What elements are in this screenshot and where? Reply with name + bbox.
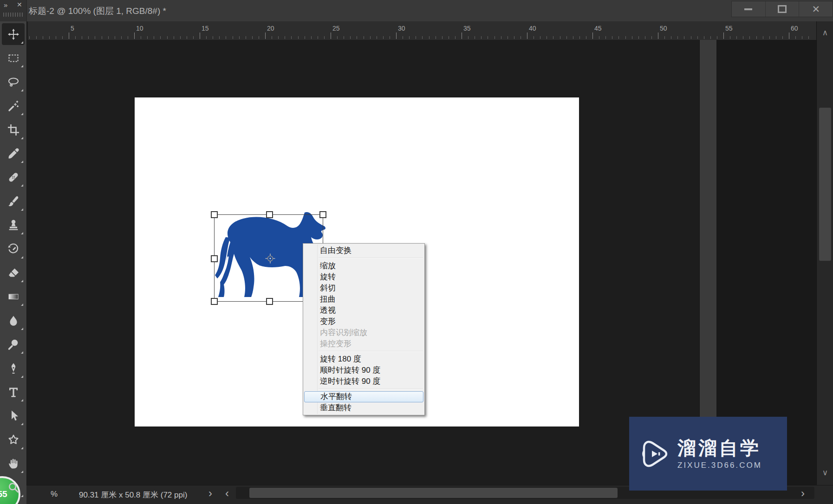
tool-gradient[interactable]	[2, 285, 25, 307]
tool-custom-shape[interactable]	[2, 429, 25, 451]
vertical-scrollbar[interactable]: ∧ ∨	[816, 21, 833, 485]
ruler-tick	[75, 36, 76, 39]
transform-context-menu: 自由变换缩放旋转斜切扭曲透视变形内容识别缩放操控变形旋转 180 度顺时针旋转 …	[303, 243, 425, 415]
tool-hand[interactable]	[2, 452, 25, 474]
ruler-tick	[481, 36, 482, 39]
ruler-tick	[560, 36, 560, 39]
tool-brush[interactable]	[2, 190, 25, 212]
ruler-label: 30	[398, 25, 405, 32]
ruler-tick	[782, 36, 783, 39]
menu-item-5[interactable]: 扭曲	[303, 294, 424, 305]
tool-spot-healing-brush[interactable]	[2, 166, 25, 188]
tool-rectangular-marquee[interactable]	[2, 47, 25, 69]
transform-handle[interactable]	[211, 211, 218, 218]
maximize-button[interactable]	[766, 1, 800, 17]
horizontal-scrollbar-thumb[interactable]	[249, 488, 618, 498]
tool-eyedropper[interactable]	[2, 142, 25, 164]
menu-item-4[interactable]: 斜切	[303, 283, 424, 294]
ruler-tick	[605, 36, 606, 39]
tool-dodge[interactable]	[2, 333, 25, 355]
menu-item-2[interactable]: 缩放	[303, 260, 424, 271]
tool-blur[interactable]	[2, 310, 25, 331]
menu-item-13[interactable]: 逆时针旋转 90 度	[303, 376, 424, 387]
tool-magic-wand[interactable]	[2, 95, 25, 116]
expand-panel-button[interactable]: »	[4, 1, 7, 9]
ruler-tick	[763, 36, 763, 39]
ruler-tick	[265, 32, 266, 39]
panel-close-button[interactable]: ✕	[17, 1, 22, 8]
transform-handle[interactable]	[319, 211, 326, 218]
ruler-tick	[625, 36, 626, 39]
ruler-tick	[717, 36, 717, 39]
ruler-tick	[147, 36, 148, 39]
tool-move[interactable]	[2, 23, 25, 45]
panel-corner: » ✕	[0, 0, 27, 21]
photoshop-window: 标题-2 @ 100% (图层 1, RGB/8#) * ✕ » ✕ 51015…	[0, 0, 833, 504]
title-bar: 标题-2 @ 100% (图层 1, RGB/8#) * ✕	[0, 0, 833, 22]
menu-item-0[interactable]: 自由变换	[303, 245, 424, 256]
tool-eraser[interactable]	[2, 262, 25, 284]
ruler-tick	[370, 36, 371, 39]
hand-icon	[7, 458, 20, 470]
transform-handle[interactable]	[266, 211, 273, 218]
menu-separator	[319, 258, 423, 258]
ruler-tick	[193, 36, 194, 39]
tool-path-selection[interactable]	[2, 405, 25, 426]
vertical-scrollbar-thumb[interactable]	[819, 108, 831, 261]
transform-reference-point[interactable]	[265, 253, 276, 264]
tool-history-brush[interactable]	[2, 238, 25, 260]
ruler-tick	[527, 32, 527, 39]
menu-item-3[interactable]: 旋转	[303, 271, 424, 283]
ruler-tick	[337, 36, 338, 39]
scroll-down-icon[interactable]: ∨	[817, 468, 833, 478]
ruler-tick	[206, 36, 207, 39]
ruler-tick	[776, 36, 776, 39]
transform-handle[interactable]	[211, 255, 218, 262]
tool-type[interactable]	[2, 381, 25, 403]
status-expand-icon[interactable]: ›	[208, 487, 212, 500]
transform-handle[interactable]	[266, 298, 273, 305]
menu-item-11[interactable]: 旋转 180 度	[303, 354, 424, 365]
scroll-right-icon[interactable]: ›	[801, 487, 805, 500]
ruler-tick	[69, 32, 69, 39]
menu-item-7[interactable]: 变形	[303, 316, 424, 327]
ruler-tick	[658, 32, 658, 39]
ruler-label: 15	[202, 25, 209, 32]
ruler-tick	[547, 36, 547, 39]
tool-clone-stamp[interactable]	[2, 214, 25, 236]
zoom-percent-label[interactable]: %	[51, 490, 58, 499]
close-button[interactable]: ✕	[799, 1, 833, 17]
ruler-tick	[246, 36, 246, 39]
ruler-tick	[449, 36, 449, 39]
ruler-tick	[121, 36, 122, 39]
menu-item-6[interactable]: 透视	[303, 305, 424, 316]
brush-icon	[7, 195, 20, 207]
zoom-icon	[7, 482, 20, 494]
ruler-tick	[508, 36, 508, 39]
eraser-icon	[7, 267, 20, 279]
menu-item-15[interactable]: 水平翻转	[304, 391, 423, 402]
scroll-up-icon[interactable]: ∧	[817, 28, 833, 38]
ruler-tick	[684, 36, 684, 39]
minimize-button[interactable]	[732, 1, 766, 17]
panel-grip[interactable]	[3, 13, 23, 17]
menu-item-16[interactable]: 垂直翻转	[303, 402, 424, 414]
menu-item-12[interactable]: 顺时针旋转 90 度	[303, 365, 424, 376]
ruler-tick	[233, 36, 233, 39]
tool-zoom[interactable]	[2, 477, 25, 498]
ruler-tick	[573, 36, 573, 39]
ruler-tick	[88, 36, 89, 39]
ruler-tick	[501, 36, 501, 39]
scroll-left-icon[interactable]: ‹	[225, 487, 229, 500]
tool-pen[interactable]	[2, 357, 25, 379]
horizontal-ruler[interactable]: 51015202530354045505560	[28, 21, 816, 40]
ruler-tick	[213, 36, 213, 39]
transform-handle[interactable]	[211, 298, 218, 305]
ruler-tick	[566, 36, 567, 39]
transform-bbox-bottom	[214, 301, 303, 302]
ruler-tick	[36, 36, 37, 39]
tool-lasso[interactable]	[2, 71, 25, 93]
tool-crop[interactable]	[2, 119, 25, 141]
ruler-label: 25	[332, 25, 340, 32]
menu-item-8: 内容识别缩放	[303, 327, 424, 338]
